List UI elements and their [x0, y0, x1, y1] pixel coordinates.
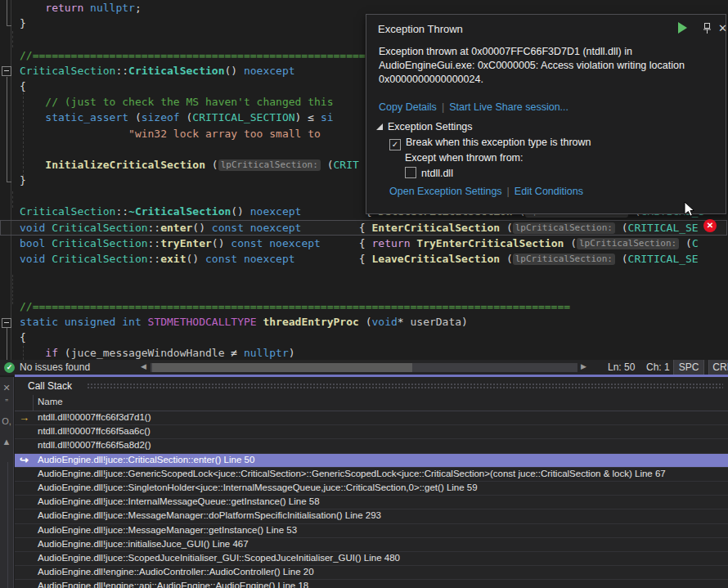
vs-debugger-screen: { "icons": { "close": "✕", "check": "✓",…: [0, 0, 728, 588]
code-token: CriticalSection: [52, 222, 147, 234]
call-stack-column-header[interactable]: Name: [15, 395, 728, 411]
frame-text: ntdll.dll!00007ffc66f3d7d1(): [38, 412, 151, 422]
code-token: //======================================…: [20, 300, 570, 312]
indent-guide: [12, 191, 14, 208]
code-token: CRITICAL_SE: [628, 222, 699, 234]
code-token: [237, 253, 244, 265]
scroll-right-icon[interactable]: ▶: [581, 362, 586, 370]
call-stack-rows: →ntdll.dll!00007ffc66f3d7d1()ntdll.dll!0…: [15, 411, 728, 588]
code-token: const: [212, 222, 244, 234]
fold-extent-line: [7, 0, 7, 25]
code-token: static_assert: [45, 111, 128, 123]
fold-collapse-button[interactable]: [2, 66, 11, 76]
strip-glyph-icon[interactable]: ”: [0, 397, 13, 407]
strip-glyph-icon[interactable]: ✕: [0, 383, 13, 393]
code-token: exit: [160, 253, 186, 265]
callstack-frame-row[interactable]: ntdll.dll!00007ffc66f5aa6c(): [15, 425, 728, 439]
code-token: userData: [410, 316, 461, 328]
copy-details-link[interactable]: Copy Details: [379, 101, 437, 113]
code-token: ::: [148, 237, 161, 249]
callstack-frame-row[interactable]: AudioEngine.dll!juce::MessageManager::ge…: [15, 524, 728, 538]
horizontal-scrollbar[interactable]: [151, 363, 577, 372]
scroll-left-icon[interactable]: ◀: [141, 362, 146, 370]
live-share-link[interactable]: Start Live Share session...: [449, 101, 568, 113]
health-check-icon[interactable]: ✓: [4, 362, 15, 373]
code-line: void CriticalSection::enter() const noex…: [20, 220, 728, 236]
code-token: static: [20, 316, 58, 328]
code-token: CriticalSection: [20, 205, 115, 218]
strip-glyph-icon[interactable]: ▲: [0, 437, 13, 447]
code-token: ::: [148, 253, 161, 265]
strip-glyph-icon[interactable]: O,: [0, 416, 13, 426]
callstack-frame-row[interactable]: AudioEngine.dll!engine::AudioController:…: [15, 566, 728, 580]
break-checkbox-label: Break when this exception type is thrown: [406, 137, 591, 148]
code-token: CriticalSection: [52, 237, 147, 249]
frame-text: AudioEngine.dll!juce::initialiseJuce_GUI…: [38, 539, 249, 549]
except-when-label: Except when thrown from:: [405, 152, 524, 164]
code-token: CRITICAL_SECTION: [192, 111, 294, 123]
code-line: void CriticalSection::exit() const noexc…: [20, 251, 728, 267]
fold-extent-corner: [7, 182, 11, 182]
close-icon[interactable]: ✕: [718, 22, 727, 34]
callstack-frame-row[interactable]: AudioEngine.dll!juce::GenericScopedLock<…: [15, 468, 728, 482]
code-token: (: [321, 159, 334, 171]
scrollbar-thumb[interactable]: [152, 363, 412, 372]
code-token: [83, 2, 90, 14]
callstack-frame-row[interactable]: AudioEngine.dll!juce::SingletonHolder<ju…: [15, 482, 728, 496]
code-token: noexcept: [244, 65, 295, 77]
frame-text: AudioEngine.dll!juce::CriticalSection::e…: [38, 455, 254, 465]
health-status-text[interactable]: No issues found: [20, 361, 90, 373]
strip-divider: [7, 462, 8, 588]
code-token: ) ≤: [295, 111, 321, 123]
spaces-indicator[interactable]: SPC: [673, 360, 704, 375]
frame-text: AudioEngine.dll!engine::api::AudioEngine…: [38, 581, 308, 588]
pin-icon[interactable]: [702, 22, 712, 34]
column-indicator: Ch: 1: [646, 361, 670, 373]
code-line: if (juce_messageWindowHandle ≠ nullptr): [20, 345, 728, 360]
code-token: return: [372, 237, 411, 249]
panel-drag-texture[interactable]: [87, 383, 723, 390]
callstack-frame-row[interactable]: AudioEngine.dll!juce::InternalMessageQue…: [15, 496, 728, 509]
break-checkbox[interactable]: ✓: [389, 139, 401, 150]
open-exception-settings-link[interactable]: Open Exception Settings: [389, 186, 502, 197]
code-token: (: [500, 253, 513, 265]
tree-expander-icon[interactable]: [376, 123, 383, 130]
frame-text: ntdll.dll!00007ffc66f5aa6c(): [38, 426, 151, 436]
exception-message: AudioEngineGui.exe: 0xC0000005: Access v…: [379, 60, 714, 74]
code-token: CRITICAL_SE: [628, 253, 699, 265]
code-token: (: [500, 222, 513, 234]
code-token: ;: [135, 2, 142, 14]
callstack-frame-row[interactable]: ntdll.dll!00007ffc66f5a8d2(): [15, 439, 728, 453]
code-token: void: [20, 253, 45, 265]
code-token: {: [295, 253, 372, 265]
frame-text: AudioEngine.dll!engine::AudioController:…: [38, 567, 314, 577]
indent-guide: [12, 31, 14, 47]
exception-settings-header[interactable]: Exception Settings: [376, 121, 473, 132]
line-ending-indicator[interactable]: CRLF: [708, 360, 728, 375]
code-token: [45, 222, 52, 234]
module-checkbox[interactable]: [405, 167, 416, 178]
module-option-row: ntdll.dll: [405, 167, 453, 179]
call-stack-panel: Call Stack Name →ntdll.dll!00007ffc66f3d…: [15, 377, 728, 588]
code-token: {: [301, 222, 371, 234]
continue-execution-icon[interactable]: [678, 22, 687, 34]
code-token: // (just to check the MS haven't changed…: [20, 96, 339, 108]
edit-conditions-link[interactable]: Edit Conditions: [515, 186, 583, 197]
fold-collapse-button[interactable]: [2, 318, 11, 328]
code-token: CriticalSection: [20, 65, 115, 77]
callstack-frame-row[interactable]: AudioEngine.dll!juce::ScopedJuceInitiali…: [15, 552, 728, 566]
callstack-frame-row[interactable]: AudioEngine.dll!juce::initialiseJuce_GUI…: [15, 538, 728, 552]
callstack-frame-row[interactable]: ↪AudioEngine.dll!juce::CriticalSection::…: [15, 454, 728, 468]
callstack-frame-row[interactable]: AudioEngine.dll!engine::api::AudioEngine…: [15, 580, 728, 588]
code-token: nullptr: [90, 2, 135, 14]
code-token: void: [20, 222, 45, 234]
error-badge-icon[interactable]: ✕: [703, 219, 717, 232]
call-stack-title[interactable]: Call Stack: [28, 380, 72, 392]
callstack-frame-row[interactable]: AudioEngine.dll!juce::MessageManager::do…: [15, 509, 728, 523]
dialog-settings-links: Open Exception Settings|Edit Conditions: [389, 186, 583, 197]
callstack-frame-row[interactable]: →ntdll.dll!00007ffc66f3d7d1(): [15, 411, 728, 425]
code-token: tryEnter: [160, 237, 212, 249]
code-token: threadEntryProc: [263, 316, 358, 328]
code-token: ): [461, 316, 468, 328]
code-token: (): [192, 222, 211, 234]
